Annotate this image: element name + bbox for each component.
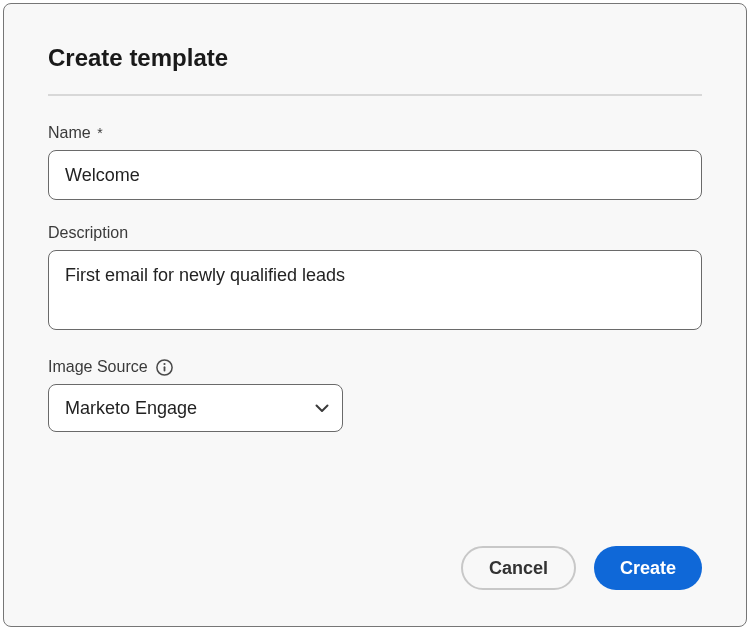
name-field: Name *: [48, 124, 702, 200]
image-source-label: Image Source: [48, 358, 148, 376]
name-label-text: Name: [48, 124, 91, 141]
image-source-select[interactable]: Marketo Engage: [48, 384, 343, 432]
svg-point-1: [164, 362, 166, 364]
name-label: Name *: [48, 124, 702, 142]
info-icon[interactable]: [156, 358, 174, 376]
create-button[interactable]: Create: [594, 546, 702, 590]
svg-rect-2: [164, 366, 166, 371]
image-source-field: Image Source Marketo Engage: [48, 358, 702, 432]
description-input[interactable]: [48, 250, 702, 330]
create-template-dialog: Create template Name * Description Image…: [3, 3, 747, 627]
description-field: Description: [48, 224, 702, 334]
name-input[interactable]: [48, 150, 702, 200]
image-source-select-wrap: Marketo Engage: [48, 384, 343, 432]
divider: [48, 94, 702, 96]
required-asterisk: *: [97, 125, 102, 141]
dialog-buttons: Cancel Create: [461, 546, 702, 590]
cancel-button[interactable]: Cancel: [461, 546, 576, 590]
dialog-title: Create template: [48, 44, 702, 72]
description-label: Description: [48, 224, 702, 242]
